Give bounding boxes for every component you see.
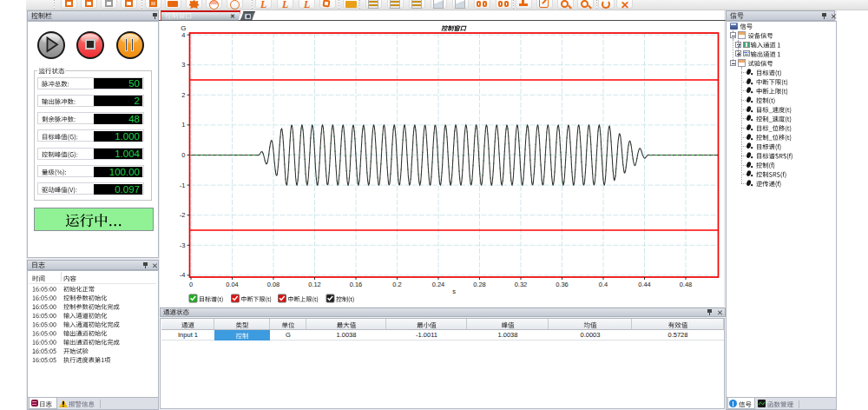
- svg-text:0.12: 0.12: [308, 281, 321, 288]
- svg-text:0.28: 0.28: [473, 281, 486, 288]
- svg-text:2: 2: [181, 91, 185, 99]
- svg-text:s: s: [452, 288, 456, 295]
- svg-text:1: 1: [181, 121, 185, 129]
- svg-text:-4: -4: [180, 271, 186, 279]
- svg-text:G: G: [181, 24, 186, 32]
- svg-text:0.4: 0.4: [599, 281, 608, 288]
- svg-text:0.16: 0.16: [350, 281, 363, 288]
- svg-text:3: 3: [181, 61, 185, 69]
- svg-text:-2: -2: [180, 211, 186, 219]
- svg-text:0.24: 0.24: [432, 281, 445, 288]
- svg-text:0: 0: [189, 281, 193, 288]
- svg-text:0: 0: [181, 151, 185, 159]
- svg-text:-1: -1: [180, 182, 186, 189]
- svg-text:0.04: 0.04: [226, 281, 239, 288]
- svg-text:-3: -3: [180, 241, 186, 249]
- svg-text:0.36: 0.36: [556, 281, 569, 288]
- svg-text:0.48: 0.48: [680, 281, 693, 288]
- svg-text:0.44: 0.44: [638, 281, 651, 288]
- svg-text:0.08: 0.08: [267, 281, 280, 288]
- svg-text:0.2: 0.2: [392, 281, 401, 288]
- svg-text:0.32: 0.32: [515, 281, 528, 288]
